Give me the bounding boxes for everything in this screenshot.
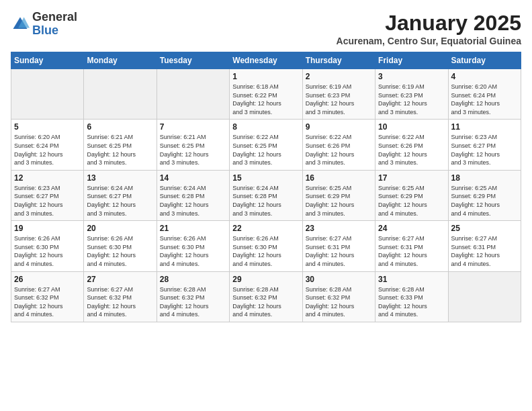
calendar-week-4: 19Sunrise: 6:26 AM Sunset: 6:30 PM Dayli… [11,221,521,271]
calendar-week-2: 5Sunrise: 6:20 AM Sunset: 6:24 PM Daylig… [11,120,521,170]
day-info: Sunrise: 6:28 AM Sunset: 6:33 PM Dayligh… [378,285,445,319]
day-number: 18 [451,173,518,183]
day-info: Sunrise: 6:27 AM Sunset: 6:31 PM Dayligh… [451,234,518,268]
day-number: 31 [378,275,445,284]
day-info: Sunrise: 6:27 AM Sunset: 6:32 PM Dayligh… [87,285,153,319]
day-info: Sunrise: 6:19 AM Sunset: 6:23 PM Dayligh… [378,83,445,116]
calendar-cell [11,69,84,120]
calendar-cell: 25Sunrise: 6:27 AM Sunset: 6:31 PM Dayli… [448,221,521,271]
day-info: Sunrise: 6:21 AM Sunset: 6:25 PM Dayligh… [87,133,153,167]
calendar-cell: 19Sunrise: 6:26 AM Sunset: 6:30 PM Dayli… [11,221,84,271]
day-info: Sunrise: 6:21 AM Sunset: 6:25 PM Dayligh… [160,133,226,167]
day-info: Sunrise: 6:22 AM Sunset: 6:26 PM Dayligh… [378,133,445,167]
weekday-header-row: SundayMondayTuesdayWednesdayThursdayFrid… [11,52,521,69]
weekday-header-saturday: Saturday [448,52,521,69]
calendar-cell: 1Sunrise: 6:18 AM Sunset: 6:22 PM Daylig… [230,69,302,120]
day-number: 26 [14,275,81,284]
day-number: 12 [14,173,81,183]
day-info: Sunrise: 6:26 AM Sunset: 6:30 PM Dayligh… [232,234,299,268]
weekday-header-tuesday: Tuesday [157,52,229,69]
day-number: 29 [232,275,299,284]
day-info: Sunrise: 6:24 AM Sunset: 6:28 PM Dayligh… [232,184,299,218]
calendar-cell: 8Sunrise: 6:22 AM Sunset: 6:25 PM Daylig… [230,120,302,170]
calendar-cell [84,69,157,120]
day-number: 14 [160,173,226,183]
calendar-cell: 12Sunrise: 6:23 AM Sunset: 6:27 PM Dayli… [11,170,84,220]
logo: General Blue [11,11,77,38]
day-number: 15 [232,173,299,183]
day-info: Sunrise: 6:25 AM Sunset: 6:29 PM Dayligh… [306,184,372,218]
title-area: January 2025 Acurenam, Centro Sur, Equat… [337,11,521,46]
day-info: Sunrise: 6:23 AM Sunset: 6:27 PM Dayligh… [14,184,81,218]
day-info: Sunrise: 6:19 AM Sunset: 6:23 PM Dayligh… [306,83,372,116]
day-number: 16 [306,173,372,183]
day-number: 6 [87,122,153,132]
day-info: Sunrise: 6:20 AM Sunset: 6:24 PM Dayligh… [451,83,518,116]
day-info: Sunrise: 6:28 AM Sunset: 6:32 PM Dayligh… [306,285,372,319]
day-number: 7 [160,122,226,132]
weekday-header-sunday: Sunday [11,52,84,69]
calendar-cell: 7Sunrise: 6:21 AM Sunset: 6:25 PM Daylig… [157,120,229,170]
calendar-cell: 11Sunrise: 6:23 AM Sunset: 6:27 PM Dayli… [448,120,521,170]
calendar-cell: 30Sunrise: 6:28 AM Sunset: 6:32 PM Dayli… [302,271,375,322]
calendar-cell: 13Sunrise: 6:24 AM Sunset: 6:27 PM Dayli… [84,170,157,220]
calendar-cell: 17Sunrise: 6:25 AM Sunset: 6:29 PM Dayli… [375,170,448,220]
day-info: Sunrise: 6:28 AM Sunset: 6:32 PM Dayligh… [232,285,299,319]
calendar-cell: 10Sunrise: 6:22 AM Sunset: 6:26 PM Dayli… [375,120,448,170]
day-number: 4 [451,72,518,81]
calendar-body: 1Sunrise: 6:18 AM Sunset: 6:22 PM Daylig… [11,69,521,322]
day-number: 23 [306,224,372,233]
calendar-week-5: 26Sunrise: 6:27 AM Sunset: 6:32 PM Dayli… [11,271,521,322]
day-info: Sunrise: 6:20 AM Sunset: 6:24 PM Dayligh… [14,133,81,167]
calendar-cell: 6Sunrise: 6:21 AM Sunset: 6:25 PM Daylig… [84,120,157,170]
logo-text: General Blue [32,11,77,38]
calendar-cell: 4Sunrise: 6:20 AM Sunset: 6:24 PM Daylig… [448,69,521,120]
day-number: 22 [232,224,299,233]
weekday-header-wednesday: Wednesday [230,52,302,69]
calendar-cell: 15Sunrise: 6:24 AM Sunset: 6:28 PM Dayli… [230,170,302,220]
calendar-table: SundayMondayTuesdayWednesdayThursdayFrid… [11,52,521,322]
day-number: 27 [87,275,153,284]
day-info: Sunrise: 6:26 AM Sunset: 6:30 PM Dayligh… [87,234,153,268]
calendar-cell: 23Sunrise: 6:27 AM Sunset: 6:31 PM Dayli… [302,221,375,271]
day-info: Sunrise: 6:26 AM Sunset: 6:30 PM Dayligh… [160,234,226,268]
day-number: 11 [451,122,518,132]
day-number: 17 [378,173,445,183]
calendar-cell: 5Sunrise: 6:20 AM Sunset: 6:24 PM Daylig… [11,120,84,170]
day-info: Sunrise: 6:25 AM Sunset: 6:29 PM Dayligh… [378,184,445,218]
calendar-cell: 21Sunrise: 6:26 AM Sunset: 6:30 PM Dayli… [157,221,229,271]
day-number: 3 [378,72,445,81]
calendar-week-1: 1Sunrise: 6:18 AM Sunset: 6:22 PM Daylig… [11,69,521,120]
calendar-cell: 14Sunrise: 6:24 AM Sunset: 6:28 PM Dayli… [157,170,229,220]
day-info: Sunrise: 6:28 AM Sunset: 6:32 PM Dayligh… [160,285,226,319]
calendar-cell: 20Sunrise: 6:26 AM Sunset: 6:30 PM Dayli… [84,221,157,271]
calendar-cell [157,69,229,120]
day-number: 2 [306,72,372,81]
day-info: Sunrise: 6:18 AM Sunset: 6:22 PM Dayligh… [232,83,299,116]
calendar-cell: 26Sunrise: 6:27 AM Sunset: 6:32 PM Dayli… [11,271,84,322]
day-number: 24 [378,224,445,233]
day-info: Sunrise: 6:23 AM Sunset: 6:27 PM Dayligh… [451,133,518,167]
day-number: 5 [14,122,81,132]
weekday-header-monday: Monday [84,52,157,69]
day-info: Sunrise: 6:24 AM Sunset: 6:27 PM Dayligh… [87,184,153,218]
day-number: 10 [378,122,445,132]
day-number: 20 [87,224,153,233]
calendar-cell: 3Sunrise: 6:19 AM Sunset: 6:23 PM Daylig… [375,69,448,120]
calendar-cell: 9Sunrise: 6:22 AM Sunset: 6:26 PM Daylig… [302,120,375,170]
calendar-cell: 24Sunrise: 6:27 AM Sunset: 6:31 PM Dayli… [375,221,448,271]
calendar-cell [448,271,521,322]
calendar-cell: 2Sunrise: 6:19 AM Sunset: 6:23 PM Daylig… [302,69,375,120]
calendar-cell: 31Sunrise: 6:28 AM Sunset: 6:33 PM Dayli… [375,271,448,322]
calendar-cell: 29Sunrise: 6:28 AM Sunset: 6:32 PM Dayli… [230,271,302,322]
day-info: Sunrise: 6:27 AM Sunset: 6:31 PM Dayligh… [378,234,445,268]
day-info: Sunrise: 6:25 AM Sunset: 6:29 PM Dayligh… [451,184,518,218]
calendar-cell: 27Sunrise: 6:27 AM Sunset: 6:32 PM Dayli… [84,271,157,322]
calendar-cell: 18Sunrise: 6:25 AM Sunset: 6:29 PM Dayli… [448,170,521,220]
day-info: Sunrise: 6:24 AM Sunset: 6:28 PM Dayligh… [160,184,226,218]
day-number: 13 [87,173,153,183]
calendar-cell: 22Sunrise: 6:26 AM Sunset: 6:30 PM Dayli… [230,221,302,271]
calendar-cell: 28Sunrise: 6:28 AM Sunset: 6:32 PM Dayli… [157,271,229,322]
day-info: Sunrise: 6:26 AM Sunset: 6:30 PM Dayligh… [14,234,81,268]
month-title: January 2025 [337,11,521,36]
